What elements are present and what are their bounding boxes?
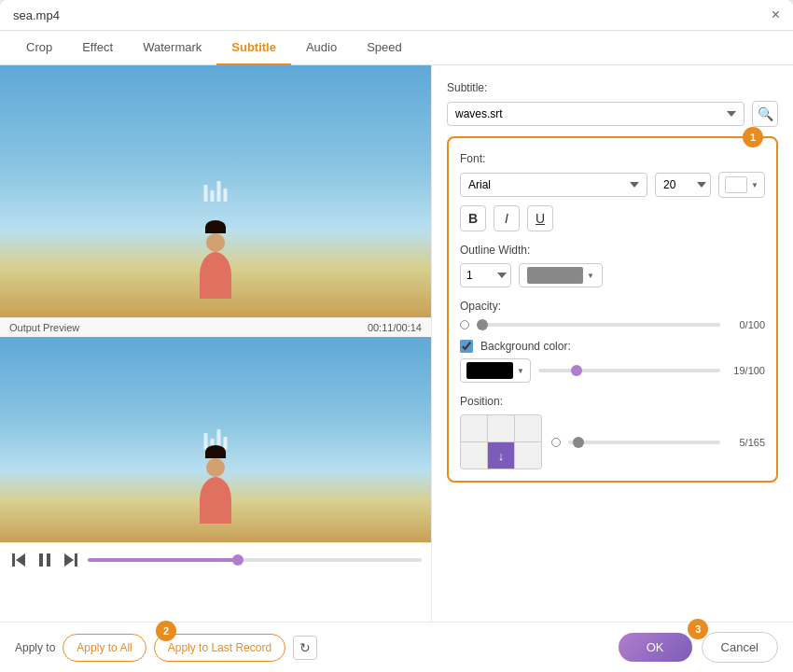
timestamp: 00:11/00:14 <box>368 322 422 333</box>
bg-opacity-value: 19/100 <box>728 365 765 376</box>
pos-cell-tc[interactable] <box>488 415 514 441</box>
font-family-select[interactable]: Arial <box>460 173 647 197</box>
search-icon: 🔍 <box>758 106 773 121</box>
font-size-select[interactable]: 20 <box>655 173 711 197</box>
position-row: ↓ 5/165 <box>460 414 765 469</box>
svg-rect-5 <box>75 553 77 567</box>
beach-figure-bottom <box>200 445 231 524</box>
progress-fill <box>88 558 238 562</box>
video-preview-top <box>0 65 431 317</box>
refresh-icon: ↻ <box>299 640 311 655</box>
playback-bar <box>0 542 431 577</box>
outline-color-button[interactable]: ▼ <box>519 263 603 287</box>
position-section: Position: ↓ 5/165 <box>460 392 765 469</box>
subtitle-icon-bars <box>204 181 228 202</box>
ok-cancel-section: 3 OK Cancel <box>619 632 778 663</box>
tab-watermark[interactable]: Watermark <box>128 31 216 65</box>
subtitle-label: Subtitle: <box>447 81 487 94</box>
underline-button[interactable]: U <box>527 205 553 231</box>
opacity-row: 0/100 <box>460 319 765 330</box>
svg-rect-2 <box>39 553 43 567</box>
pos-cell-down[interactable]: ↓ <box>488 442 514 469</box>
position-slider-wrap: 5/165 <box>551 437 765 448</box>
outline-color-arrow-icon: ▼ <box>587 272 594 280</box>
opacity-dot <box>460 320 469 329</box>
outline-row: 1 ▼ <box>460 263 765 287</box>
titlebar: sea.mp4 × <box>0 0 793 31</box>
svg-rect-3 <box>47 553 50 567</box>
subtitle-file-select[interactable]: waves.srt <box>447 102 744 126</box>
outline-width-select[interactable]: 1 <box>460 263 511 287</box>
output-preview-label: Output Preview <box>9 322 79 333</box>
next-button[interactable] <box>62 551 80 569</box>
color-arrow-icon: ▼ <box>751 181 758 189</box>
pos-cell-bl[interactable] <box>461 442 487 469</box>
subtitle-section: Subtitle: waves.srt 🔍 <box>447 78 778 127</box>
progress-track[interactable] <box>88 558 422 562</box>
svg-marker-0 <box>16 553 25 567</box>
opacity-label: Opacity: <box>460 300 501 313</box>
opacity-slider[interactable] <box>477 323 720 327</box>
outline-color-swatch <box>527 267 583 284</box>
position-grid: ↓ <box>460 414 542 469</box>
video-panel: Output Preview 00:11/00:14 <box>0 65 431 622</box>
preview-label: Output Preview 00:11/00:14 <box>0 317 431 337</box>
pos-cell-tr[interactable] <box>515 415 541 441</box>
pos-cell-br[interactable] <box>515 442 541 469</box>
font-section: Font: Arial 20 ▼ <box>460 149 765 198</box>
prev-button[interactable] <box>9 551 28 569</box>
svg-rect-1 <box>12 553 15 567</box>
tab-effect[interactable]: Effect <box>67 31 128 65</box>
bg-opacity-slider[interactable] <box>538 369 720 372</box>
tab-bar: Crop Effect Watermark Subtitle Audio Spe… <box>0 31 793 65</box>
bg-color-section: Background color: ▼ 19/100 <box>460 340 765 383</box>
bg-color-row: Background color: <box>460 340 765 353</box>
font-color-swatch <box>725 176 747 193</box>
step1-badge: 1 <box>743 127 763 147</box>
font-label: Font: <box>460 152 485 165</box>
subtitle-row: waves.srt 🔍 <box>447 101 778 127</box>
search-button[interactable]: 🔍 <box>752 101 778 127</box>
apply-section: 2 Apply to Apply to All Apply to Last Re… <box>15 634 317 662</box>
text-format-row: B I U <box>460 205 765 231</box>
beach-figure-top <box>200 220 231 299</box>
close-button[interactable]: × <box>772 7 780 22</box>
tab-crop[interactable]: Crop <box>11 31 67 65</box>
bg-color-swatch <box>466 362 513 379</box>
position-label: Position: <box>460 395 503 408</box>
pos-cell-tl[interactable] <box>461 415 487 441</box>
bold-button[interactable]: B <box>460 205 486 231</box>
position-slider[interactable] <box>568 441 720 444</box>
right-panel: Subtitle: waves.srt 🔍 1 Font: <box>431 65 793 622</box>
ok-button[interactable]: OK <box>619 633 692 662</box>
outline-section: Outline Width: 1 ▼ <box>460 241 765 287</box>
font-row: Arial 20 ▼ <box>460 172 765 198</box>
window-title: sea.mp4 <box>13 8 60 22</box>
bg-color-controls: ▼ 19/100 <box>460 358 765 383</box>
step2-badge: 2 <box>156 621 176 641</box>
outline-label: Outline Width: <box>460 244 530 257</box>
italic-button[interactable]: I <box>494 205 520 231</box>
bg-color-checkbox[interactable] <box>460 340 473 353</box>
tab-speed[interactable]: Speed <box>352 31 417 65</box>
tab-audio[interactable]: Audio <box>291 31 352 65</box>
opacity-section: Opacity: 0/100 <box>460 297 765 330</box>
progress-thumb[interactable] <box>232 554 243 566</box>
opacity-value: 0/100 <box>728 319 765 330</box>
footer-row: 2 Apply to Apply to All Apply to Last Re… <box>0 622 793 672</box>
cancel-button[interactable]: Cancel <box>702 632 778 663</box>
bg-color-label: Background color: <box>480 340 571 353</box>
video-preview-bottom <box>0 337 431 542</box>
font-color-button[interactable]: ▼ <box>718 172 765 198</box>
pause-button[interactable] <box>35 551 54 569</box>
font-settings-box: 1 Font: Arial 20 ▼ <box>447 136 778 483</box>
refresh-button[interactable]: ↻ <box>293 636 317 660</box>
bg-color-button[interactable]: ▼ <box>460 358 531 383</box>
position-value: 5/165 <box>728 437 765 448</box>
main-content: Output Preview 00:11/00:14 <box>0 65 793 622</box>
apply-to-all-button[interactable]: Apply to All <box>63 634 146 662</box>
apply-to-label: Apply to <box>15 641 55 654</box>
tab-subtitle[interactable]: Subtitle <box>216 31 291 65</box>
bg-color-arrow-icon: ▼ <box>517 367 524 375</box>
position-dot <box>551 438 561 447</box>
